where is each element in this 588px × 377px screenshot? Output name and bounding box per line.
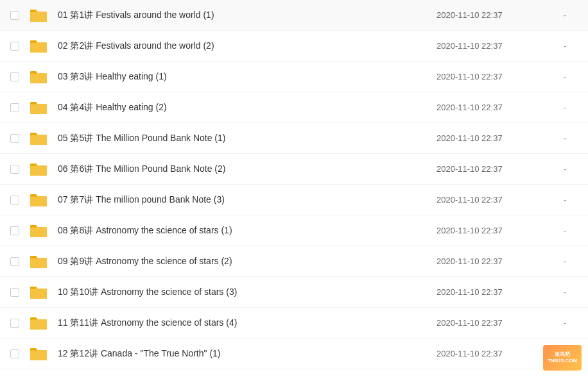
checkbox-cell [10, 349, 30, 358]
file-name[interactable]: 07 第7讲 The million pound Bank Note (3) [58, 194, 437, 206]
file-action[interactable]: - [552, 318, 578, 328]
file-date: 2020-11-10 22:37 [437, 103, 552, 112]
file-date: 2020-11-10 22:37 [437, 287, 552, 297]
checkbox-cell [10, 257, 30, 266]
table-row: 08 第8讲 Astronomy the science of stars (1… [0, 215, 588, 246]
row-checkbox[interactable] [10, 11, 19, 20]
file-action[interactable]: - [552, 10, 578, 21]
folder-icon [30, 347, 48, 361]
row-checkbox[interactable] [10, 319, 19, 328]
folder-icon-cell [30, 39, 53, 53]
file-name[interactable]: 06 第6讲 The Million Pound Bank Note (2) [58, 163, 437, 175]
table-row: 11 第11讲 Astronomy the science of stars (… [0, 308, 588, 339]
folder-icon-cell [30, 8, 53, 22]
checkbox-cell [10, 11, 30, 20]
row-checkbox[interactable] [10, 165, 19, 174]
file-date: 2020-11-10 22:37 [437, 256, 552, 266]
file-name[interactable]: 02 第2讲 Festivals around the world (2) [58, 40, 437, 52]
folder-icon-cell [30, 131, 53, 146]
folder-icon [30, 39, 48, 53]
file-name[interactable]: 08 第8讲 Astronomy the science of stars (1… [58, 225, 437, 237]
folder-icon [30, 70, 48, 84]
folder-icon-cell [30, 255, 53, 269]
table-row: 06 第6讲 The Million Pound Bank Note (2) 2… [0, 154, 588, 185]
folder-icon-cell [30, 193, 53, 207]
checkbox-cell [10, 226, 30, 235]
checkbox-cell [10, 165, 30, 174]
folder-icon-cell [30, 162, 53, 176]
table-row: 07 第7讲 The million pound Bank Note (3) 2… [0, 185, 588, 215]
file-action[interactable]: - [552, 287, 578, 297]
checkbox-cell [10, 72, 30, 81]
file-name[interactable]: 10 第10讲 Astronomy the science of stars (… [58, 287, 437, 298]
folder-icon [30, 131, 48, 146]
row-checkbox[interactable] [10, 257, 19, 266]
checkbox-cell [10, 319, 30, 328]
folder-icon [30, 193, 48, 207]
file-name[interactable]: 01 第1讲 Festivals around the world (1) [58, 10, 437, 21]
file-name[interactable]: 12 第12讲 Canada - "The True North" (1) [58, 348, 437, 360]
folder-icon-cell [30, 347, 53, 361]
table-row: 05 第5讲 The Million Pound Bank Note (1) 2… [0, 123, 588, 154]
checkbox-cell [10, 288, 30, 297]
folder-icon-cell [30, 316, 53, 330]
file-action[interactable]: - [552, 133, 578, 144]
file-name[interactable]: 03 第3讲 Healthy eating (1) [58, 71, 437, 83]
folder-icon [30, 8, 48, 22]
checkbox-cell [10, 42, 30, 51]
file-date: 2020-11-10 22:37 [437, 318, 552, 328]
folder-icon [30, 316, 48, 330]
table-row: 10 第10讲 Astronomy the science of stars (… [0, 277, 588, 308]
row-checkbox[interactable] [10, 134, 19, 143]
row-checkbox[interactable] [10, 42, 19, 51]
folder-icon-cell [30, 101, 53, 115]
folder-icon [30, 224, 48, 238]
file-name[interactable]: 04 第4讲 Healthy eating (2) [58, 102, 437, 113]
row-checkbox[interactable] [10, 349, 19, 358]
file-list: 01 第1讲 Festivals around the world (1) 20… [0, 0, 588, 369]
file-date: 2020-11-10 22:37 [437, 133, 552, 143]
row-checkbox[interactable] [10, 226, 19, 235]
file-action[interactable]: - [552, 103, 578, 113]
row-checkbox[interactable] [10, 72, 19, 81]
table-row: 02 第2讲 Festivals around the world (2) 20… [0, 31, 588, 62]
file-action[interactable]: - [552, 226, 578, 236]
file-date: 2020-11-10 22:37 [437, 41, 552, 51]
file-name[interactable]: 11 第11讲 Astronomy the science of stars (… [58, 317, 437, 329]
row-checkbox[interactable] [10, 288, 19, 297]
file-action[interactable]: - [552, 72, 578, 82]
file-action[interactable]: - [552, 195, 578, 205]
file-action[interactable]: - [552, 164, 578, 174]
watermark-logo: 途鸟吧TNB25.COM [543, 345, 582, 371]
table-row: 09 第9讲 Astronomy the science of stars (2… [0, 246, 588, 277]
row-checkbox[interactable] [10, 196, 19, 205]
folder-icon-cell [30, 224, 53, 238]
file-date: 2020-11-10 22:37 [437, 164, 552, 174]
file-date: 2020-11-10 22:37 [437, 72, 552, 81]
file-date: 2020-11-10 22:37 [437, 226, 552, 235]
file-action[interactable]: - [552, 41, 578, 51]
file-date: 2020-11-10 22:37 [437, 195, 552, 205]
file-date: 2020-11-10 22:37 [437, 349, 552, 358]
table-row: 04 第4讲 Healthy eating (2) 2020-11-10 22:… [0, 92, 588, 123]
folder-icon [30, 101, 48, 115]
checkbox-cell [10, 134, 30, 143]
table-row: 12 第12讲 Canada - "The True North" (1) 20… [0, 339, 588, 369]
folder-icon-cell [30, 70, 53, 84]
watermark: 途鸟吧TNB25.COM [543, 345, 582, 371]
file-action[interactable]: - [552, 256, 578, 267]
file-name[interactable]: 09 第9讲 Astronomy the science of stars (2… [58, 256, 437, 267]
folder-icon [30, 285, 48, 299]
folder-icon [30, 162, 48, 176]
file-date: 2020-11-10 22:37 [437, 10, 552, 20]
checkbox-cell [10, 196, 30, 205]
file-name[interactable]: 05 第5讲 The Million Pound Bank Note (1) [58, 133, 437, 144]
row-checkbox[interactable] [10, 103, 19, 112]
folder-icon [30, 255, 48, 269]
folder-icon-cell [30, 285, 53, 299]
table-row: 01 第1讲 Festivals around the world (1) 20… [0, 0, 588, 31]
checkbox-cell [10, 103, 30, 112]
table-row: 03 第3讲 Healthy eating (1) 2020-11-10 22:… [0, 62, 588, 92]
